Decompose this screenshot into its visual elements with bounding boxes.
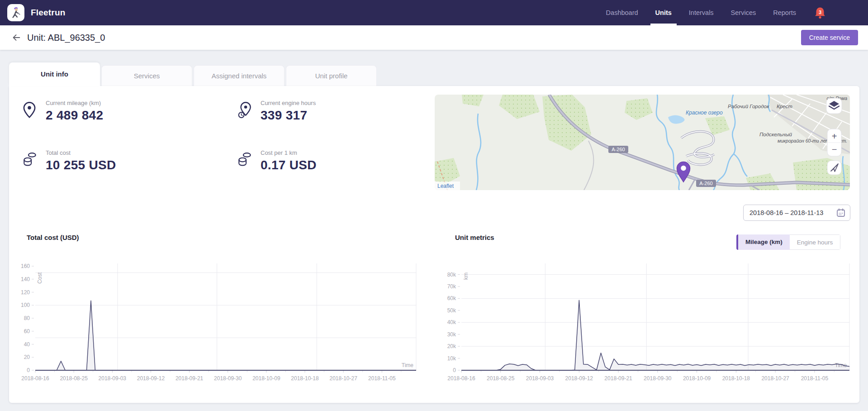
svg-text:60k: 60k xyxy=(447,295,456,301)
page: Fleetrun Dashboard Units Intervals Servi… xyxy=(0,0,868,411)
create-service-button[interactable]: Create service xyxy=(801,30,858,45)
fleetrun-logo-icon xyxy=(7,4,24,21)
svg-text:30k: 30k xyxy=(447,331,456,338)
stat-label: Cost per 1 km xyxy=(261,149,317,156)
svg-text:km: km xyxy=(463,272,469,280)
zoom-in-button[interactable]: + xyxy=(832,131,837,141)
stat-current-mileage: Current mileage (km) 2 489 842 xyxy=(23,100,103,123)
svg-text:Cost: Cost xyxy=(37,272,43,283)
svg-text:2018-08-25: 2018-08-25 xyxy=(487,375,515,382)
svg-text:40: 40 xyxy=(24,341,30,348)
svg-text:70k: 70k xyxy=(447,283,456,290)
svg-text:2018-08-16: 2018-08-16 xyxy=(447,375,475,382)
svg-text:2018-09-03: 2018-09-03 xyxy=(526,375,554,382)
svg-text:2018-09-12: 2018-09-12 xyxy=(137,375,165,382)
svg-text:140: 140 xyxy=(21,276,30,282)
road-label-a260: А-260 xyxy=(612,147,625,152)
stat-value: 10 255 USD xyxy=(46,158,116,172)
svg-text:2018-09-30: 2018-09-30 xyxy=(214,375,242,382)
map-locate-button[interactable] xyxy=(827,161,841,175)
toggle-mileage-km[interactable]: Mileage (km) xyxy=(736,234,790,250)
svg-text:2018-09-21: 2018-09-21 xyxy=(604,375,632,382)
svg-text:Time: Time xyxy=(402,362,414,368)
unit-metrics-toggle: Mileage (km) Engine hours xyxy=(736,234,840,250)
svg-text:40k: 40k xyxy=(447,319,456,325)
svg-text:10k: 10k xyxy=(447,355,456,362)
stat-value: 0.17 USD xyxy=(261,158,317,172)
nav-item-dashboard[interactable]: Dashboard xyxy=(598,0,647,25)
toggle-engine-hours[interactable]: Engine hours xyxy=(790,234,841,250)
location-pin-icon xyxy=(23,100,39,123)
stat-label: Total cost xyxy=(46,149,116,156)
svg-text:0: 0 xyxy=(453,367,456,373)
map-attribution: Leaflet xyxy=(435,182,460,190)
map-label-town: Рабочий Городок xyxy=(728,104,769,109)
coins-icon xyxy=(237,149,254,172)
svg-text:2018-09-30: 2018-09-30 xyxy=(644,375,672,382)
svg-text:2018-09-12: 2018-09-12 xyxy=(565,375,593,382)
svg-text:2018-08-16: 2018-08-16 xyxy=(21,375,49,382)
stat-cost-per-km: Cost per 1 km 0.17 USD xyxy=(237,149,317,172)
calendar-icon xyxy=(836,208,845,217)
svg-text:0: 0 xyxy=(27,367,30,373)
unit-header: Unit: ABL_96335_0 Create service xyxy=(0,25,868,50)
back-button[interactable] xyxy=(10,31,23,44)
map-canvas: А-260 А-260 Красное озеро Рабочий Городо… xyxy=(435,95,850,190)
stat-label: Current engine hours xyxy=(261,100,316,106)
date-range-input[interactable]: 2018-08-16 – 2018-11-13 xyxy=(743,205,850,221)
arrow-left-icon xyxy=(11,33,21,43)
tab-unit-info[interactable]: Unit info xyxy=(9,62,100,86)
tab-services[interactable]: Services xyxy=(101,65,192,86)
stat-total-cost: Total cost 10 255 USD xyxy=(23,149,116,172)
map-layers-button[interactable] xyxy=(826,98,842,114)
total-cost-chart: 0204060801001201401602018-08-162018-08-2… xyxy=(18,259,425,391)
svg-text:20k: 20k xyxy=(447,343,456,349)
svg-text:160: 160 xyxy=(21,263,30,269)
svg-text:2018-11-05: 2018-11-05 xyxy=(801,375,829,382)
notifications-bell-icon[interactable]: 3 xyxy=(814,6,826,19)
svg-text:2018-10-27: 2018-10-27 xyxy=(329,375,357,382)
nav-item-reports[interactable]: Reports xyxy=(764,0,805,25)
map-label-podskelny: Подскельный xyxy=(759,132,792,137)
svg-text:2018-08-25: 2018-08-25 xyxy=(60,375,88,382)
total-cost-chart-title: Total cost (USD) xyxy=(27,234,79,241)
stat-label: Current mileage (km) xyxy=(46,100,103,106)
svg-text:2018-10-09: 2018-10-09 xyxy=(252,375,280,382)
brand-title: Fleetrun xyxy=(31,8,66,18)
svg-text:2018-09-03: 2018-09-03 xyxy=(99,375,127,382)
stat-value: 2 489 842 xyxy=(46,108,103,123)
unit-info-panel: Current mileage (km) 2 489 842 Current e… xyxy=(9,86,859,403)
top-navbar: Fleetrun Dashboard Units Intervals Servi… xyxy=(0,0,868,25)
svg-text:2018-10-18: 2018-10-18 xyxy=(291,375,319,382)
date-range-value: 2018-08-16 – 2018-11-13 xyxy=(749,209,836,216)
svg-text:80k: 80k xyxy=(447,272,456,278)
svg-text:2018-11-05: 2018-11-05 xyxy=(368,375,396,382)
brand: Fleetrun xyxy=(7,4,66,21)
coins-icon xyxy=(23,149,39,172)
svg-text:2018-10-27: 2018-10-27 xyxy=(761,375,789,382)
svg-text:2018-09-21: 2018-09-21 xyxy=(175,375,204,382)
svg-text:60: 60 xyxy=(24,328,30,335)
svg-text:100: 100 xyxy=(21,302,30,308)
unit-metrics-chart-title: Unit metrics xyxy=(455,234,494,241)
stat-value: 339 317 xyxy=(261,108,316,123)
svg-text:2018-10-09: 2018-10-09 xyxy=(683,375,711,382)
tab-assigned-intervals[interactable]: Assigned intervals xyxy=(194,65,285,86)
svg-text:50k: 50k xyxy=(447,307,456,314)
runner-logo-icon xyxy=(10,6,22,19)
map-zoom-control: + − xyxy=(827,129,841,156)
nav-item-services[interactable]: Services xyxy=(722,0,765,25)
nav-menu: Dashboard Units Intervals Services Repor… xyxy=(598,0,868,25)
zoom-out-button[interactable]: − xyxy=(832,144,837,154)
map-label-lake: Красное озеро xyxy=(686,110,723,116)
nav-item-units[interactable]: Units xyxy=(647,0,680,25)
map-label-krest: Крест xyxy=(777,104,792,109)
unit-metrics-chart: 010k20k30k40k50k60k70k80k2018-08-162018-… xyxy=(446,259,859,391)
tab-unit-profile[interactable]: Unit profile xyxy=(286,65,377,86)
road-label-a260: А-260 xyxy=(699,181,712,186)
leaflet-link[interactable]: Leaflet xyxy=(437,183,454,189)
page-title: Unit: ABL_96335_0 xyxy=(27,33,105,43)
unit-location-map[interactable]: А-260 А-260 Красное озеро Рабочий Городо… xyxy=(435,95,850,190)
nav-item-intervals[interactable]: Intervals xyxy=(680,0,722,25)
svg-text:2018-10-18: 2018-10-18 xyxy=(722,375,750,382)
